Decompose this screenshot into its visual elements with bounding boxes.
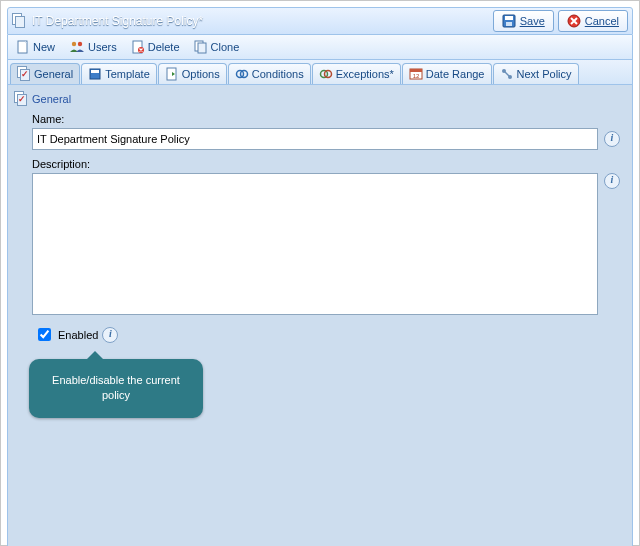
tab-options[interactable]: Options — [158, 63, 227, 84]
tab-general[interactable]: ✓ General — [10, 63, 80, 84]
general-tab-icon: ✓ — [17, 66, 31, 82]
general-panel: ✓ General Name: i Description: i Enabled… — [7, 85, 633, 546]
enabled-label: Enabled — [58, 329, 98, 341]
tab-exceptions[interactable]: Exceptions* — [312, 63, 401, 84]
tab-exceptions-label: Exceptions* — [336, 68, 394, 80]
delete-icon — [131, 40, 145, 54]
template-tab-icon — [88, 67, 102, 81]
cancel-button-label: Cancel — [585, 15, 619, 27]
tab-date-range[interactable]: 12 Date Range — [402, 63, 492, 84]
tab-options-label: Options — [182, 68, 220, 80]
tab-template[interactable]: Template — [81, 63, 157, 84]
toolbar-delete-label: Delete — [148, 41, 180, 53]
tab-template-label: Template — [105, 68, 150, 80]
tab-next-policy-label: Next Policy — [517, 68, 572, 80]
cancel-button[interactable]: Cancel — [558, 10, 628, 32]
title-bar: IT Department Signature Policy* Save Can… — [7, 7, 633, 35]
save-button[interactable]: Save — [493, 10, 554, 32]
name-label: Name: — [32, 113, 620, 125]
name-input[interactable] — [32, 128, 598, 150]
cancel-icon — [567, 14, 581, 28]
tab-conditions-label: Conditions — [252, 68, 304, 80]
enabled-checkbox[interactable] — [38, 328, 51, 341]
tab-next-policy[interactable]: Next Policy — [493, 63, 579, 84]
next-policy-tab-icon — [500, 67, 514, 81]
enabled-tooltip: Enable/disable the current policy — [29, 359, 203, 418]
toolbar-users[interactable]: Users — [65, 38, 121, 56]
tab-date-range-label: Date Range — [426, 68, 485, 80]
toolbar-new-label: New — [33, 41, 55, 53]
info-icon[interactable]: i — [102, 327, 118, 343]
toolbar-users-label: Users — [88, 41, 117, 53]
toolbar-clone[interactable]: Clone — [190, 38, 244, 56]
svg-rect-10 — [198, 43, 206, 53]
svg-rect-2 — [506, 22, 512, 26]
info-icon[interactable]: i — [604, 173, 620, 189]
svg-rect-19 — [410, 69, 422, 72]
general-section-icon: ✓ — [14, 91, 28, 107]
options-tab-icon — [165, 67, 179, 81]
save-icon — [502, 14, 516, 28]
users-icon — [69, 40, 85, 54]
svg-point-5 — [72, 42, 76, 46]
toolbar-clone-label: Clone — [211, 41, 240, 53]
svg-rect-1 — [505, 16, 513, 20]
new-icon — [16, 40, 30, 54]
info-icon[interactable]: i — [604, 131, 620, 147]
section-header: ✓ General — [14, 91, 626, 107]
description-label: Description: — [32, 158, 620, 170]
enabled-tooltip-text: Enable/disable the current policy — [52, 374, 180, 401]
date-range-tab-icon: 12 — [409, 67, 423, 81]
policy-icon — [12, 13, 26, 29]
tab-bar: ✓ General Template Options Conditions — [7, 60, 633, 85]
toolbar-new[interactable]: New — [12, 38, 59, 56]
toolbar-delete[interactable]: Delete — [127, 38, 184, 56]
clone-icon — [194, 40, 208, 54]
conditions-tab-icon — [235, 67, 249, 81]
svg-text:12: 12 — [412, 73, 419, 79]
tab-general-label: General — [34, 68, 73, 80]
svg-point-6 — [78, 42, 82, 46]
svg-rect-12 — [91, 70, 99, 73]
save-button-label: Save — [520, 15, 545, 27]
section-header-label: General — [32, 93, 71, 105]
description-textarea[interactable] — [32, 173, 598, 315]
exceptions-tab-icon — [319, 67, 333, 81]
toolbar: New Users Delete Clone — [7, 35, 633, 60]
window-title: IT Department Signature Policy* — [32, 14, 203, 28]
tab-conditions[interactable]: Conditions — [228, 63, 311, 84]
